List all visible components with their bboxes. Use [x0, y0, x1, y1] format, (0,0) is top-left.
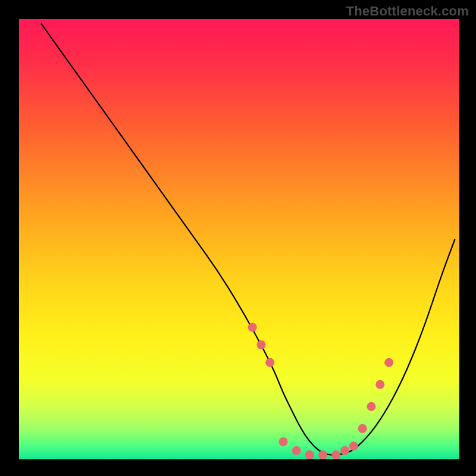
curve-marker: [257, 340, 266, 349]
curve-marker: [248, 323, 257, 332]
curve-marker: [292, 446, 301, 455]
curve-marker: [375, 380, 384, 389]
curve-marker: [340, 446, 349, 455]
bottleneck-chart: [0, 0, 476, 476]
curve-marker: [279, 437, 288, 446]
curve-marker: [358, 424, 367, 433]
chart-frame: TheBottleneck.com: [0, 0, 476, 476]
curve-marker: [305, 450, 314, 459]
curve-marker: [265, 358, 274, 367]
curve-marker: [384, 358, 393, 367]
curve-marker: [318, 450, 327, 459]
curve-marker: [331, 450, 340, 459]
curve-marker: [349, 441, 358, 450]
curve-marker: [367, 402, 376, 411]
